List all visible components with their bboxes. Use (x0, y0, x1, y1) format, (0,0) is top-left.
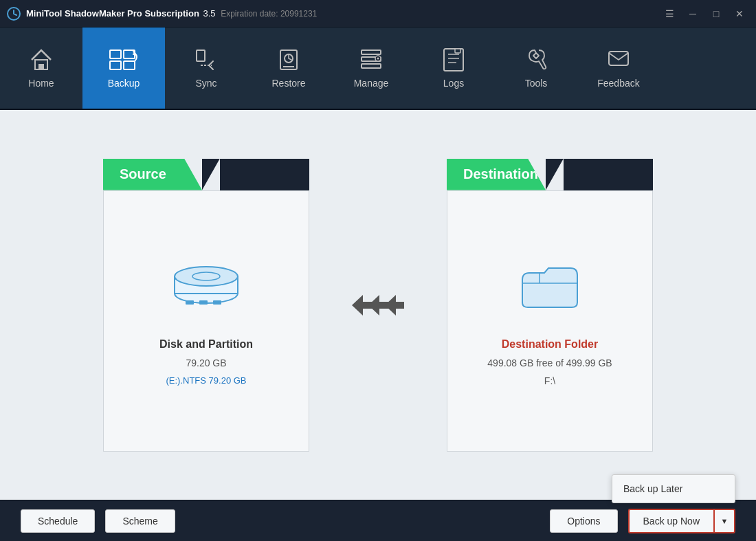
app-title: MiniTool ShadowMaker Pro Subscription 3.… (26, 8, 317, 19)
svg-rect-6 (124, 61, 135, 69)
source-detail: (E:).NTFS 79.20 GB (166, 375, 246, 386)
close-button[interactable]: ✕ (730, 7, 749, 21)
nav-label-manage: Manage (354, 78, 389, 89)
svg-rect-3 (110, 50, 121, 58)
bottom-left: Schedule Scheme (21, 509, 175, 533)
minimize-button[interactable]: ─ (683, 7, 702, 21)
svg-rect-27 (213, 300, 221, 305)
feedback-icon (606, 47, 631, 72)
expiry-text: Expiration date: 20991231 (221, 9, 317, 19)
destination-path: F:\ (544, 375, 555, 386)
nav-bar: Home Backup Sync (0, 27, 756, 110)
bottom-right: Options Back up Now ▼ Back up Later (550, 509, 735, 533)
nav-item-logs[interactable]: Logs (412, 27, 495, 109)
svg-rect-7 (197, 50, 205, 61)
destination-label: Destination (447, 159, 546, 190)
disk-icon (165, 256, 247, 318)
title-bar: MiniTool ShadowMaker Pro Subscription 3.… (0, 0, 756, 27)
backup-later-dropdown: Back up Later (612, 474, 735, 503)
svg-rect-20 (609, 52, 628, 65)
version-badge: 3.5 (203, 8, 215, 19)
backup-now-group: Back up Now ▼ Back up Later (628, 509, 735, 533)
svg-rect-25 (186, 300, 194, 305)
main-content: Source Disk an (0, 110, 756, 500)
source-size: 79.20 GB (186, 357, 226, 368)
nav-item-manage[interactable]: Manage (330, 27, 412, 109)
svg-rect-12 (362, 64, 381, 68)
nav-item-feedback[interactable]: Feedback (577, 27, 660, 109)
nav-item-sync[interactable]: Sync (165, 27, 247, 109)
scheme-button[interactable]: Scheme (105, 509, 175, 533)
svg-rect-26 (199, 300, 208, 305)
options-button[interactable]: Options (550, 509, 617, 533)
backup-dropdown-button[interactable]: ▼ (713, 509, 735, 533)
manage-icon (359, 47, 383, 72)
source-container: Source Disk an (103, 159, 309, 452)
schedule-button[interactable]: Schedule (21, 509, 95, 533)
nav-label-restore: Restore (271, 78, 305, 89)
nav-label-home: Home (28, 78, 54, 89)
destination-title: Destination Folder (502, 338, 598, 351)
svg-rect-5 (110, 61, 121, 69)
menu-button[interactable]: ☰ (660, 7, 679, 21)
arrow-container (351, 288, 405, 322)
nav-label-feedback: Feedback (597, 78, 639, 89)
backup-now-button[interactable]: Back up Now (628, 509, 713, 533)
destination-header-triangle (546, 159, 564, 190)
nav-label-tools: Tools (525, 78, 548, 89)
nav-item-home[interactable]: Home (0, 27, 82, 109)
nav-label-backup: Backup (108, 78, 140, 89)
sync-icon (194, 47, 219, 72)
dropdown-chevron-icon: ▼ (721, 517, 729, 525)
source-title: Disk and Partition (159, 338, 253, 351)
svg-point-23 (175, 267, 238, 286)
home-icon (28, 47, 54, 72)
backup-later-item[interactable]: Back up Later (612, 475, 735, 503)
destination-container: Destination Destination Folder 499.08 GB… (447, 159, 653, 452)
tools-icon (524, 47, 548, 72)
nav-label-sync: Sync (195, 78, 216, 89)
svg-rect-2 (38, 64, 44, 69)
svg-point-14 (377, 58, 379, 60)
title-bar-controls: ☰ ─ □ ✕ (660, 7, 749, 21)
destination-freespace: 499.08 GB free of 499.99 GB (487, 357, 612, 368)
source-header-triangle (202, 159, 220, 190)
nav-item-backup[interactable]: Backup (82, 27, 165, 109)
logs-icon (441, 47, 466, 72)
nav-item-restore[interactable]: Restore (247, 27, 330, 109)
source-header: Source (103, 159, 309, 190)
destination-header: Destination (447, 159, 653, 190)
svg-rect-10 (362, 50, 381, 54)
source-label: Source (103, 159, 202, 190)
destination-card[interactable]: Destination Folder 499.08 GB free of 499… (447, 190, 653, 452)
app-logo-icon (7, 7, 21, 21)
source-card[interactable]: Disk and Partition 79.20 GB (E:).NTFS 79… (103, 190, 309, 452)
svg-rect-19 (455, 49, 460, 53)
folder-icon (515, 256, 584, 318)
backup-icon (109, 47, 139, 72)
title-bar-left: MiniTool ShadowMaker Pro Subscription 3.… (7, 7, 317, 21)
forward-arrow-icon (351, 288, 405, 322)
maximize-button[interactable]: □ (707, 7, 726, 21)
bottom-bar: Schedule Scheme Options Back up Now ▼ Ba… (0, 500, 756, 541)
restore-icon (276, 47, 301, 72)
nav-item-tools[interactable]: Tools (495, 27, 577, 109)
nav-label-logs: Logs (443, 78, 464, 89)
